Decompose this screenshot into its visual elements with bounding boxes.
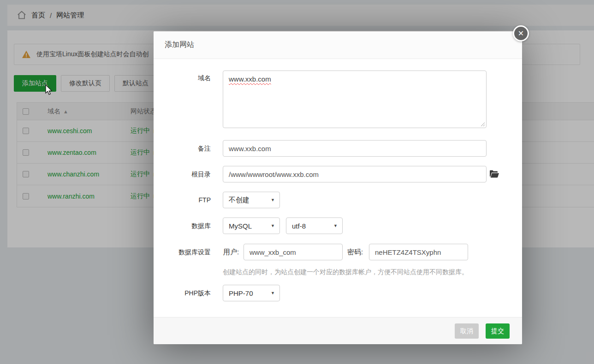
database-type-value: MySQL	[229, 222, 252, 230]
cancel-button[interactable]: 取消	[455, 323, 479, 339]
root-field-label: 根目录	[154, 166, 211, 182]
root-path-input[interactable]: /www/wwwroot/www.xxb.com	[223, 166, 487, 182]
db-user-label: 用户:	[223, 244, 239, 260]
db-user-input[interactable]: www_xxb_com	[244, 244, 343, 260]
php-version-field-label: PHP版本	[154, 285, 211, 301]
ftp-select-value: 不创建	[229, 196, 249, 205]
modal-header: 添加网站	[154, 31, 522, 59]
root-path-value: /www/wwwroot/www.xxb.com	[229, 170, 319, 178]
close-icon[interactable]: ✕	[513, 25, 529, 41]
submit-button[interactable]: 提交	[486, 323, 510, 339]
db-settings-field-label: 数据库设置	[154, 244, 211, 260]
modal-footer: 取消 提交	[154, 317, 522, 344]
remark-field-label: 备注	[154, 140, 211, 157]
resize-grip-icon[interactable]	[481, 122, 485, 127]
dropdown-arrow-icon: ▼	[271, 198, 275, 202]
remark-input[interactable]: www.xxb.com	[223, 140, 487, 157]
db-user-value: www_xxb_com	[249, 248, 296, 256]
db-pass-label: 密码:	[347, 244, 363, 260]
folder-open-icon[interactable]	[489, 170, 499, 178]
database-type-select[interactable]: MySQL ▼	[223, 217, 280, 234]
remark-input-value: www.xxb.com	[229, 145, 271, 153]
php-version-value: PHP-70	[229, 289, 253, 297]
ftp-select[interactable]: 不创建 ▼	[223, 192, 280, 208]
db-pass-input[interactable]: neHETZ4Z4TSXyphn	[369, 244, 468, 260]
database-charset-value: utf-8	[292, 222, 306, 230]
ftp-field-label: FTP	[154, 192, 211, 208]
db-note-text: 创建站点的同时，为站点创建一个对应的数据库帐户，方便不同站点使用不同数据库。	[223, 268, 468, 276]
database-charset-select[interactable]: utf-8 ▼	[286, 217, 343, 234]
dropdown-arrow-icon: ▼	[271, 223, 275, 228]
add-site-modal: 添加网站 ✕ 域名 www.xxb.com 备注 www.xxb.com 根目录…	[154, 31, 522, 344]
domain-textarea[interactable]: www.xxb.com	[223, 70, 487, 128]
modal-title: 添加网站	[165, 40, 194, 50]
database-field-label: 数据库	[154, 217, 211, 234]
dropdown-arrow-icon: ▼	[271, 291, 275, 295]
domain-textarea-value: www.xxb.com	[229, 75, 271, 83]
db-pass-value: neHETZ4Z4TSXyphn	[375, 248, 441, 256]
domain-field-label: 域名	[154, 74, 211, 82]
php-version-select[interactable]: PHP-70 ▼	[223, 285, 280, 301]
dropdown-arrow-icon: ▼	[333, 223, 338, 228]
